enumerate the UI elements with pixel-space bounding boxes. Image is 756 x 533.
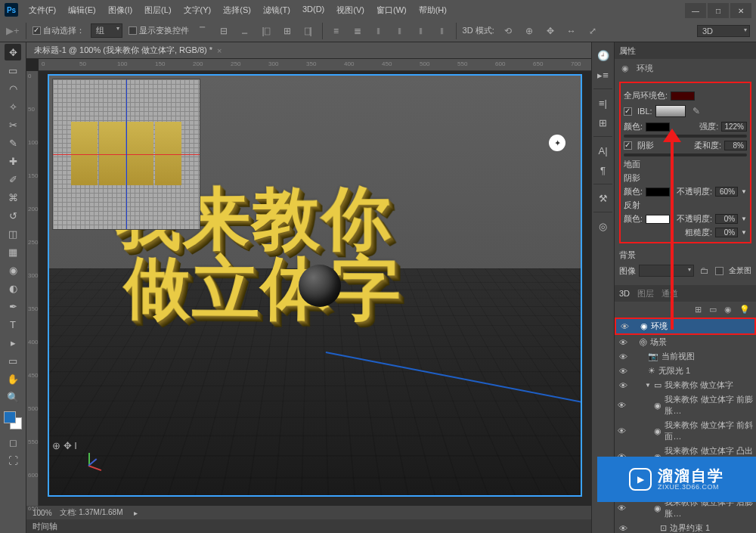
- ground-color-chip[interactable]: [646, 187, 670, 197]
- stamp-tool[interactable]: ⌘: [5, 189, 21, 206]
- distribute-6-icon[interactable]: ⦀: [435, 23, 450, 39]
- magic-wand-tool[interactable]: ✧: [5, 98, 21, 115]
- align-vcenter-icon[interactable]: ⊟: [216, 23, 231, 39]
- roughness-value[interactable]: 0%: [715, 228, 738, 237]
- align-right-icon[interactable]: ⎕|: [301, 23, 316, 39]
- opacity2-value[interactable]: 0%: [715, 214, 738, 224]
- status-menu-icon[interactable]: ▸: [134, 509, 138, 517]
- filter-scene-icon[interactable]: ⊞: [695, 305, 702, 315]
- visibility-icon[interactable]: 👁: [618, 401, 627, 410]
- intensity-slider[interactable]: [624, 135, 747, 138]
- opacity2-stepper[interactable]: ▼: [741, 215, 747, 222]
- menu-edit[interactable]: 编辑(E): [64, 3, 101, 17]
- menu-select[interactable]: 选择(S): [218, 3, 256, 17]
- folder-icon[interactable]: 🗀: [697, 263, 712, 278]
- color-swatches[interactable]: [4, 411, 22, 429]
- menu-image[interactable]: 图像(I): [104, 3, 137, 17]
- filter-light-icon[interactable]: 💡: [739, 305, 750, 315]
- scene-3d[interactable]: 我来教你 做立体字 ✦ ⊕ ✥ I: [48, 74, 582, 497]
- shadow-checkbox[interactable]: [624, 141, 632, 150]
- shape-tool[interactable]: ▭: [5, 352, 21, 369]
- visibility-icon[interactable]: 👁: [618, 426, 627, 435]
- foreground-color-swatch[interactable]: [4, 411, 16, 423]
- char-icon[interactable]: ≡|: [595, 95, 612, 111]
- cc-icon[interactable]: ◎: [595, 218, 612, 234]
- menu-window[interactable]: 窗口(W): [372, 3, 411, 17]
- layers-tab[interactable]: 图层: [637, 288, 654, 299]
- 3d-tab[interactable]: 3D: [619, 289, 630, 298]
- path-select-tool[interactable]: ▸: [5, 334, 21, 351]
- disclosure-icon[interactable]: ▼: [645, 382, 651, 389]
- align-top-icon[interactable]: ⎺: [195, 23, 210, 39]
- hand-tool[interactable]: ✋: [5, 370, 21, 387]
- visibility-icon[interactable]: 👁: [618, 381, 628, 390]
- actions-icon[interactable]: ▸≡: [595, 67, 612, 83]
- close-tab-icon[interactable]: ×: [217, 46, 222, 55]
- gradient-tool[interactable]: ▦: [5, 243, 21, 260]
- document-tab[interactable]: 未标题-1 @ 100% (我来教你 做立体字, RGB/8) * ×: [26, 42, 591, 59]
- dodge-tool[interactable]: ◐: [5, 280, 21, 296]
- history-brush-tool[interactable]: ↺: [5, 207, 21, 224]
- move-tool[interactable]: ✥: [5, 44, 21, 60]
- tree-row-current-view[interactable]: 👁 📷 当前视图: [615, 349, 756, 364]
- roughness-stepper[interactable]: ▼: [741, 229, 747, 236]
- history-icon[interactable]: 🕘: [595, 47, 612, 64]
- distribute-3-icon[interactable]: ⦀: [371, 23, 386, 39]
- tree-row-infinite-light[interactable]: 👁 ☀ 无限光 1: [615, 364, 756, 378]
- pan-icon[interactable]: ✥: [543, 23, 558, 39]
- intensity-value[interactable]: 122%: [721, 122, 747, 132]
- auto-select-checkbox[interactable]: [33, 26, 41, 35]
- visibility-icon[interactable]: 👁: [618, 338, 628, 347]
- blur-tool[interactable]: ◉: [5, 262, 21, 278]
- brush-tool[interactable]: ✐: [5, 171, 21, 187]
- tree-row-text-layer[interactable]: 👁 ▼ ▭ 我来教你 做立体字: [615, 378, 756, 392]
- align-left-icon[interactable]: |⎕: [259, 23, 274, 39]
- align-bottom-icon[interactable]: ⎽: [237, 23, 253, 39]
- tree-row-environment[interactable]: 👁 ◉ 环境: [616, 319, 754, 333]
- tree-row-front-inflate[interactable]: 👁 ◉ 我来教你 做立体字 前膨胀…: [615, 392, 756, 418]
- move-tool-indicator[interactable]: ▶+: [6, 25, 20, 36]
- type-panel-icon[interactable]: A|: [595, 142, 612, 159]
- type-tool[interactable]: T: [5, 316, 21, 333]
- menu-filter[interactable]: 滤镜(T): [259, 3, 295, 17]
- global-env-color-chip[interactable]: [671, 91, 695, 101]
- distribute-5-icon[interactable]: ⦀: [414, 23, 429, 39]
- axis-gizmo[interactable]: [76, 454, 101, 479]
- ibl-texture-chip[interactable]: [655, 105, 686, 117]
- quickmask-tool[interactable]: ◻: [5, 434, 21, 451]
- secondary-view-icon[interactable]: ✦: [549, 135, 565, 151]
- window-min[interactable]: —: [685, 3, 706, 18]
- menu-file[interactable]: 文件(F): [24, 3, 60, 17]
- filter-mesh-icon[interactable]: ▭: [709, 305, 717, 315]
- healing-tool[interactable]: ✚: [5, 153, 21, 169]
- crop-tool[interactable]: ✂: [5, 116, 21, 133]
- roll-icon[interactable]: ⊕: [522, 23, 537, 39]
- auto-select-target[interactable]: 组: [91, 23, 122, 38]
- align-hcenter-icon[interactable]: ⊞: [280, 23, 295, 39]
- menu-type[interactable]: 文字(Y): [179, 3, 216, 17]
- menu-view[interactable]: 视图(V): [332, 3, 369, 17]
- scale-icon[interactable]: ⤢: [585, 23, 600, 39]
- show-transform-checkbox[interactable]: [129, 26, 137, 35]
- bg-image-dropdown[interactable]: [639, 265, 694, 277]
- screenmode-tool[interactable]: ⛶: [5, 452, 21, 469]
- ibl-edit-icon[interactable]: ✎: [689, 104, 704, 119]
- mode3d-dropdown[interactable]: 3D: [697, 25, 750, 37]
- visibility-icon[interactable]: 👁: [618, 367, 628, 376]
- timeline-panel-tab[interactable]: 时间轴: [26, 519, 591, 533]
- properties-tab[interactable]: 属性: [619, 45, 636, 57]
- visibility-icon[interactable]: 👁: [618, 504, 627, 513]
- tree-row-front-bevel[interactable]: 👁 ◉ 我来教你 做立体字 前斜面…: [615, 418, 756, 444]
- tree-row-bounds[interactable]: 👁 ⊡ 边界约束 1: [615, 521, 756, 533]
- ibl-checkbox[interactable]: [624, 107, 632, 116]
- filter-material-icon[interactable]: ◉: [724, 305, 732, 315]
- distribute-2-icon[interactable]: ≣: [350, 23, 365, 39]
- reflect-color-chip[interactable]: [646, 215, 670, 224]
- panorama-checkbox[interactable]: [715, 267, 723, 275]
- eyedropper-tool[interactable]: ✎: [5, 135, 21, 151]
- pen-tool[interactable]: ✒: [5, 298, 21, 315]
- orbit-icon[interactable]: ⟲: [500, 23, 516, 39]
- distribute-1-icon[interactable]: ≡: [329, 23, 344, 39]
- eraser-tool[interactable]: ◫: [5, 225, 21, 242]
- visibility-icon[interactable]: 👁: [619, 322, 630, 331]
